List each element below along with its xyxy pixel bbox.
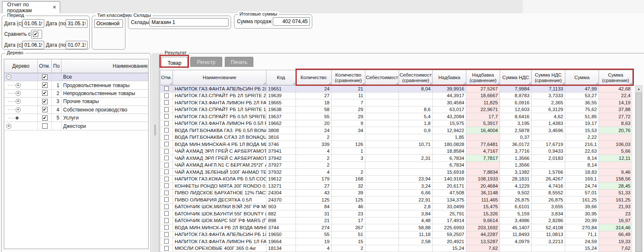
tree-checkbox[interactable] — [42, 123, 48, 129]
tree-collapse-icon[interactable]: − — [6, 74, 11, 80]
table-row[interactable]: БАТОНЧИК ШОК.МАРС 50Г РФ MARS (ПРИ898211… — [160, 218, 632, 225]
table-row[interactable]: МЮСЛИ ОРЕХОВЫЕ 400Г 365 0.4кг181344215,2… — [160, 245, 632, 252]
col-markup[interactable]: Надбавка — [433, 70, 466, 85]
date-from2-input[interactable] — [22, 41, 44, 49]
tree-col-num[interactable]: По — [52, 59, 61, 73]
row-checkbox[interactable] — [164, 218, 169, 223]
tree-row[interactable]: +✔1Продовольственные товары — [4, 81, 148, 89]
tree-expand-icon[interactable]: + — [6, 124, 11, 129]
tree-expand-icon[interactable]: + — [16, 83, 21, 88]
panel-splitter[interactable] — [152, 53, 159, 252]
table-row[interactable]: НАПИТОК ГАЗ.ФАНТА ЛИМОН РБ 2Л FANT196651… — [160, 99, 632, 106]
col-mark[interactable]: Отм. — [160, 70, 173, 85]
scrollbar-thumb[interactable] — [636, 93, 642, 252]
col-qty[interactable]: Количество — [296, 70, 332, 85]
table-row[interactable]: ЧАЙ АХМАД ЗЕЛЕНЫЙ 100Г AHMAD TEA (379324… — [160, 169, 632, 176]
table-row[interactable]: БАТОНЧИК ШОК.БАУНТИ 55Г BOUNTY (ПР882312… — [160, 210, 632, 218]
table-row[interactable]: КОНФЕТЫ РОНДО МЯТА 30Г RONDO 0.03(132712… — [160, 183, 632, 190]
tree-row[interactable]: ✔5Услуги — [4, 114, 148, 122]
table-row[interactable]: ЧАЙ АХМАД АНГЛ.N1 С БЕРГАМ.25*2Г АН37927… — [160, 162, 632, 169]
tree-expand-icon[interactable]: + — [16, 107, 21, 112]
tree-item-name[interactable]: Услуги — [61, 114, 148, 122]
row-checkbox[interactable] — [164, 232, 169, 237]
row-checkbox[interactable] — [164, 156, 169, 160]
table-row[interactable]: НАПИТОК ГАЗ.СПРАЙТ РБ 2Л SPRITE 2кг.1963… — [160, 93, 632, 100]
table-row[interactable]: ПИВО ОЛИВАРИЯ ДЕСЯТКА 0.5Л2437012512522,… — [160, 196, 632, 204]
tree-row[interactable]: −✔Все — [4, 73, 148, 81]
table-row[interactable]: ВОДА МИН.МИНСКАЯ-4 РБ 1Л ВОДА МИН3746339… — [160, 141, 632, 148]
tree-checkbox[interactable]: ✔ — [42, 99, 48, 104]
table-row[interactable]: НАПИТОК ГАЗ.ФАНТА АПЕЛЬСИН РБ 2Л FA19651… — [160, 85, 632, 93]
tree-col-mark[interactable]: Отм. — [38, 59, 52, 73]
tree-col-tree[interactable]: Дерево — [4, 59, 38, 73]
tree-checkbox[interactable]: ✔ — [42, 107, 48, 112]
row-checkbox[interactable] — [164, 149, 169, 154]
tab-registr[interactable]: Регистр — [190, 57, 222, 67]
row-checkbox[interactable] — [164, 86, 169, 91]
table-row[interactable]: ПИВО ЛИДСКОЕ БАРХАТНОЕ 12% ПАСТ 02430443… — [160, 190, 632, 197]
row-checkbox[interactable] — [164, 163, 169, 167]
table-row[interactable]: ВОДА ПИТ.БОНАКВА ГАЗ. РБ 0.5Л BONAQU3808… — [160, 127, 632, 134]
col-vat[interactable]: Сумма НДС — [500, 70, 532, 85]
scroll-up-icon[interactable]: ▲ — [636, 86, 642, 93]
col-markup-compare[interactable]: Надбавка (сравнение) — [466, 70, 500, 85]
tree-row[interactable]: +✔3Прочие товары — [4, 98, 148, 106]
tree-leaf-icon[interactable] — [16, 117, 19, 119]
row-checkbox[interactable] — [164, 93, 169, 98]
table-row[interactable]: НАПИТОК ГАЗ.ФАНТА ЛИМОН РБ 1Л FANT196641… — [160, 238, 632, 245]
col-qty-compare[interactable]: Количество (сравнение) — [332, 70, 365, 85]
row-checkbox[interactable] — [164, 191, 169, 195]
tree-item-name[interactable]: Все — [61, 73, 148, 81]
row-checkbox[interactable] — [164, 197, 169, 202]
classifier-type-input[interactable] — [94, 19, 123, 28]
tab-tovar[interactable]: Товар — [161, 57, 188, 69]
compare-with-checkbox[interactable]: ✔ — [31, 30, 42, 39]
row-checkbox[interactable] — [164, 204, 169, 209]
col-code[interactable]: Код — [266, 70, 296, 85]
tree-expand-icon[interactable]: + — [16, 99, 21, 104]
tree-item-name[interactable]: Продовольственные товары — [61, 81, 148, 89]
row-checkbox[interactable] — [164, 107, 169, 112]
table-row[interactable]: ВОДА МИН.МИНСК-4 РБ 2Л ВОДА МИНЕРА374427… — [160, 224, 632, 231]
table-row[interactable]: ЧАЙ АХМАД ЭРЛ ГРЕЙ С АР.БЕРГАМОТА 137941… — [160, 148, 632, 155]
row-checkbox[interactable] — [164, 142, 169, 146]
tab-pechat[interactable]: Печать — [225, 57, 253, 67]
tree-checkbox[interactable]: ✔ — [42, 82, 48, 88]
tree-checkbox[interactable]: ✔ — [42, 115, 48, 121]
close-icon[interactable]: ✕ — [53, 5, 56, 10]
tree-row[interactable]: +Джестори — [4, 122, 148, 130]
table-row[interactable]: НАПИТОК ГАЗ.СПРАЙТ РБ 0.5Л SPRITE 0.5196… — [160, 113, 632, 120]
row-checkbox[interactable] — [164, 128, 169, 133]
tree-row[interactable]: +✔4Собственное производство — [4, 106, 148, 114]
col-cost[interactable]: Себестоимост — [365, 70, 399, 85]
warehouses-input[interactable] — [149, 18, 229, 27]
date-from-input[interactable] — [22, 19, 44, 28]
row-checkbox[interactable] — [164, 183, 169, 188]
tree-checkbox[interactable]: ✔ — [42, 74, 48, 80]
date-to-input[interactable] — [66, 19, 88, 28]
row-checkbox[interactable] — [164, 239, 169, 244]
tree-col-name[interactable]: Наименование — [61, 59, 148, 73]
col-sum-compare[interactable]: Сумма (сравнение) — [599, 70, 633, 85]
table-row[interactable]: НАПИТОК ГАЗ.ФАНТА АПЕЛЬСИН РБ 1Л FA19650… — [160, 231, 632, 239]
tree-row[interactable]: +✔2Непродовольственные товары — [4, 90, 148, 98]
row-checkbox[interactable] — [164, 177, 169, 181]
row-checkbox[interactable] — [164, 246, 169, 251]
tree-item-name[interactable]: Непродовольственные товары — [61, 90, 148, 97]
table-row[interactable]: ВОДА ПИТ.БОНАКВА С/ГАЗ 2Л BONAQUA 238162… — [160, 134, 632, 141]
table-row[interactable]: НАПИТОК ГАЗ.СПРАЙТ РБ 1Л SPRITE 1кг.1963… — [160, 106, 632, 114]
tree-item-name[interactable]: Собственное производство — [61, 106, 148, 114]
result-vertical-scrollbar[interactable]: ▲ — [635, 85, 642, 252]
row-checkbox[interactable] — [164, 114, 169, 119]
row-checkbox[interactable] — [164, 170, 169, 174]
tree-item-name[interactable]: Прочие товары — [61, 98, 148, 105]
row-checkbox[interactable] — [164, 121, 169, 126]
table-row[interactable]: НАПИТОК ГАЗ.КОКА-КОЛА РБ 0.5Л COCA (1961… — [160, 176, 632, 183]
table-row[interactable]: НАПИТОК ГАЗ.ФАНТА ЛИМОН РБ 0.5Л FAN19662… — [160, 120, 632, 127]
date-to2-input[interactable] — [66, 41, 88, 49]
tree-item-name[interactable]: Джестори — [61, 122, 148, 130]
row-checkbox[interactable] — [164, 135, 169, 140]
tree-expand-icon[interactable]: + — [16, 91, 21, 96]
tree-checkbox[interactable]: ✔ — [42, 90, 48, 96]
col-name[interactable]: Наименование — [173, 70, 266, 85]
